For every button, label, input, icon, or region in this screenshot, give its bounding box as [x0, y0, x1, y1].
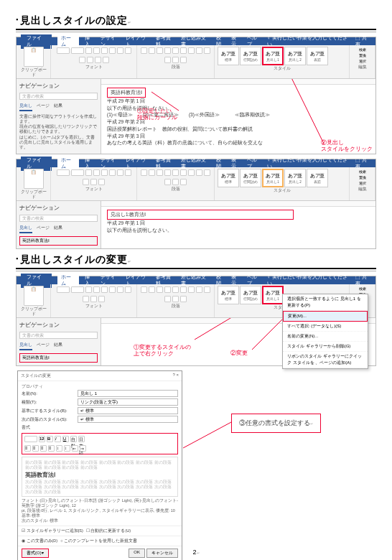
style-heading1[interactable]: あア亜見出し1 [262, 47, 284, 65]
paragraph-group[interactable] [140, 47, 211, 64]
annotation-5: ③任意の書式を設定する↵ [231, 414, 321, 433]
dlg-chk-gallery[interactable]: ☑ スタイルギャラリーに追加(S) [22, 528, 83, 533]
cm-select-all[interactable]: すべて選択: (データなし)(S) [283, 322, 368, 332]
word-screenshot-2: ファイル ホーム 挿入 デザイン レイアウト 参考資料 差し込み文書 校閲 表示… [16, 159, 376, 249]
section-title-change: 見出しスタイルの変更↵ [16, 253, 376, 269]
cm-remove-gallery[interactable]: スタイル ギャラリーから削除(G) [283, 342, 368, 352]
title-bar: ファイル ホーム 挿入 デザイン レイアウト 参考資料 差し込み文書 校閲 表示… [17, 37, 375, 45]
dlg-basedon-select[interactable]: ↵ 標準 [78, 407, 178, 414]
style-heading1-selected[interactable]: あア亜見出し1 [262, 169, 284, 187]
annotation-4: ②変更 [230, 350, 248, 356]
dlg-cancel-button[interactable]: キャンセル [146, 549, 178, 558]
nav-tab-headings[interactable]: 見出し [19, 103, 32, 111]
group-label-font: フォント [54, 65, 134, 70]
cm-rename[interactable]: 名前の変更(N)... [283, 332, 368, 342]
dialog-close[interactable]: ? × [172, 373, 179, 379]
doc-heading-highlight: 英語科教育法Ⅰ [107, 88, 146, 98]
styles-gallery[interactable]: あア亜標準 あア亜行間詰め あア亜見出し1 あア亜見出し2 あア亜表題 [218, 47, 346, 65]
nav-search[interactable]: 文書の検索 [19, 93, 98, 100]
section-title-configure: 見出しスタイルの設定↵ [16, 14, 376, 30]
dialog-title: スタイルの変更 [21, 373, 51, 379]
cm-update-to-match[interactable]: 選択個所と一致するように 見出し1 を更新する(P) [283, 294, 368, 311]
nav-tab-pages[interactable]: ページ [37, 103, 50, 111]
nav-heading-item[interactable]: 英語科教育法Ⅰ [19, 236, 98, 246]
cm-add-gallery[interactable]: リボンのスタイル ギャラリーにクイック スタイルを 、ページの追加(A) [283, 352, 368, 368]
style-heading2[interactable]: あア亜見出し2 [284, 47, 306, 65]
dlg-next-select[interactable]: ↵ 標準 [78, 416, 178, 423]
modify-style-dialog: スタイルの変更? × プロパティ 名前(N):見出し 1 種類(T):リンク(段… [17, 370, 182, 560]
cm-modify[interactable]: 変更(M)... [283, 311, 368, 322]
nav-title: ナビゲーション [19, 82, 98, 90]
group-label-clipboard: クリップボード [19, 67, 47, 78]
group-label-styles: スタイル [218, 66, 346, 71]
annotation-1: ①設定したい 段落にカーソル [137, 108, 177, 121]
nav-tab-results[interactable]: 結果 [54, 103, 62, 111]
annotation-3: ①変更するスタイルの 上で右クリック [134, 344, 191, 357]
dlg-radio-template[interactable]: ○ このテンプレートを使用した新規文書 [60, 538, 137, 543]
word-screenshot-1: ファイル ホーム 挿入 デザイン レイアウト 参考資料 差し込み文書 校閲 表示… [16, 37, 376, 154]
dlg-radio-thisdoc[interactable]: ◉ この文書のみ(D) [22, 538, 57, 543]
editing-group[interactable]: 検索 置換 選択 [353, 47, 372, 64]
navigation-pane: ナビゲーション 文書の検索 見出し ページ 結果 文書に操作可能なアウトラインを… [17, 79, 101, 154]
dlg-name-input[interactable]: 見出し 1 [78, 390, 178, 397]
style-title[interactable]: あア亜表題 [307, 47, 328, 65]
page-number: 2↵ [192, 549, 199, 556]
nav-message: 文書に操作可能なアウトラインを作成します。 現在の位置を確認したりワンクリックで… [19, 114, 98, 150]
dlg-description: フォント:(日)-見出しのフォント-日本語 (游ゴシック Light), (英)… [22, 498, 178, 523]
dlg-type-select[interactable]: リンク(段落と文字) [78, 398, 178, 406]
style-nolinespace[interactable]: あア亜行間詰め [240, 47, 261, 65]
annotation-2: ②見出し スタイルをクリック [321, 139, 373, 152]
style-standard[interactable]: あア亜標準 [218, 47, 239, 65]
svg-line-4 [183, 422, 231, 448]
dlg-ok-button[interactable]: OK [129, 549, 145, 558]
font-group[interactable] [54, 47, 134, 64]
document-area[interactable]: 英語科教育法Ⅰ 平成 29 年第 1 回 以下の用語を説明しなさい。 (1)≪母… [101, 79, 375, 154]
style-context-menu: 選択個所と一致するように 見出し1 を更新する(P) 変更(M)... すべて選… [282, 294, 368, 369]
paste-button[interactable]: 📋 [24, 47, 44, 67]
group-label-paragraph: 段落 [140, 65, 211, 70]
dlg-format-button[interactable]: 書式(O)▾ [22, 549, 49, 558]
word-screenshot-3: ファイル ホーム 挿入 デザイン レイアウト 参考資料 差し込み文書 校閲 表示… [16, 276, 376, 366]
clipboard-group[interactable]: 📋 [19, 47, 47, 67]
dlg-preview: 前の段落 前の段落 前の段落 前の段落 前の段落 前の段落 前の段落 前の段落 … [22, 457, 178, 497]
dlg-chk-autoupdate[interactable]: ☐ 自動的に更新する(U) [86, 528, 131, 533]
style-heading1-rightclick[interactable]: あア亜見出し1 [262, 286, 284, 304]
dlg-format-toolbar[interactable]: 12 BIU 自動 日本語 ≡≡≡≡ ↕↕ ⇐⇒ [22, 433, 178, 454]
